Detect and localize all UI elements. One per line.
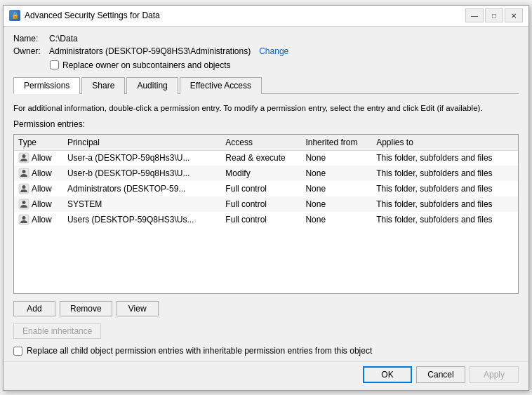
permissions-table: Type Principal Access Inherited from App… [14, 135, 518, 228]
permission-entries-label: Permission entries: [13, 119, 519, 129]
name-value: C:\Data [49, 34, 78, 43]
tab-auditing[interactable]: Auditing [126, 77, 178, 94]
col-inherited-from: Inherited from [301, 135, 372, 151]
cell-type: Allow [14, 150, 63, 166]
remove-button[interactable]: Remove [60, 301, 112, 316]
owner-row: Owner: Administrators (DESKTOP-59Q8HS3\A… [13, 46, 519, 56]
table-row[interactable]: AllowUser-a (DESKTOP-59q8Hs3\U...Read & … [14, 150, 518, 166]
replace-owner-row: Replace owner on subcontainers and objec… [50, 60, 519, 70]
info-text: For additional information, double-click… [13, 102, 519, 114]
cell-principal: User-a (DESKTOP-59q8Hs3\U... [63, 150, 221, 166]
cell-principal: User-b (DESKTOP-59q8Hs3\U... [63, 166, 221, 181]
apply-button[interactable]: Apply [470, 366, 519, 383]
add-button[interactable]: Add [13, 301, 55, 316]
col-applies-to: Applies to [372, 135, 518, 151]
cell-type: Allow [14, 212, 63, 227]
change-owner-link[interactable]: Change [259, 46, 288, 56]
cell-type: Allow [14, 166, 63, 181]
cell-access: Full control [221, 196, 301, 212]
svg-point-7 [22, 201, 26, 204]
table-row[interactable]: AllowAdministrators (DESKTOP-59...Full c… [14, 181, 518, 196]
footer-checkbox-row: Replace all child object permission entr… [13, 346, 519, 356]
view-button[interactable]: View [117, 301, 159, 316]
cell-principal: Users (DESKTOP-59Q8HS3\Us... [63, 212, 221, 227]
col-type: Type [14, 135, 63, 151]
cell-type: Allow [14, 196, 63, 212]
enable-inheritance-row: Enable inheritance [13, 323, 519, 339]
table-row[interactable]: AllowUser-b (DESKTOP-59q8Hs3\U...ModifyN… [14, 166, 518, 181]
svg-point-9 [22, 216, 26, 220]
table-row[interactable]: AllowSYSTEMFull controlNoneThis folder, … [14, 196, 518, 212]
tab-permissions[interactable]: Permissions [13, 77, 80, 94]
cell-applies-to: This folder, subfolders and files [372, 166, 518, 181]
cell-inherited-from: None [301, 212, 372, 227]
svg-point-1 [22, 154, 26, 158]
enable-inheritance-button[interactable]: Enable inheritance [13, 323, 101, 339]
maximize-button[interactable]: □ [485, 8, 503, 22]
name-label: Name: [13, 34, 45, 43]
ok-button[interactable]: OK [363, 366, 412, 383]
cell-inherited-from: None [301, 181, 372, 196]
cell-access: Full control [221, 212, 301, 227]
table-header-row: Type Principal Access Inherited from App… [14, 135, 518, 151]
cell-access: Modify [221, 166, 301, 181]
minimize-button[interactable]: — [465, 8, 484, 22]
cell-principal: SYSTEM [63, 196, 221, 212]
window-icon: 🔒 [9, 10, 20, 21]
svg-point-5 [22, 185, 26, 189]
replace-all-label: Replace all child object permission entr… [27, 346, 372, 356]
permissions-table-container[interactable]: Type Principal Access Inherited from App… [13, 134, 519, 294]
cell-applies-to: This folder, subfolders and files [372, 181, 518, 196]
cancel-button[interactable]: Cancel [416, 366, 465, 383]
name-row: Name: C:\Data [13, 34, 519, 43]
owner-label: Owner: [13, 46, 45, 56]
col-access: Access [221, 135, 301, 151]
table-row[interactable]: AllowUsers (DESKTOP-59Q8HS3\Us...Full co… [14, 212, 518, 227]
tabs-row: Permissions Share Auditing Effective Acc… [13, 77, 519, 94]
titlebar: 🔒 Advanced Security Settings for Data — … [4, 6, 528, 27]
content-area: Name: C:\Data Owner: Administrators (DES… [4, 27, 528, 361]
cell-access: Read & execute [221, 150, 301, 166]
titlebar-controls: — □ ✕ [465, 8, 523, 22]
cell-inherited-from: None [301, 196, 372, 212]
close-button[interactable]: ✕ [505, 8, 523, 22]
tab-share[interactable]: Share [81, 77, 125, 94]
dialog-footer: OK Cancel Apply [4, 361, 528, 390]
replace-all-checkbox[interactable] [13, 347, 22, 356]
cell-inherited-from: None [301, 150, 372, 166]
replace-owner-label: Replace owner on subcontainers and objec… [62, 60, 230, 70]
col-principal: Principal [63, 135, 221, 151]
cell-inherited-from: None [301, 166, 372, 181]
cell-type: Allow [14, 181, 63, 196]
cell-access: Full control [221, 181, 301, 196]
main-window: 🔒 Advanced Security Settings for Data — … [3, 5, 529, 391]
cell-applies-to: This folder, subfolders and files [372, 212, 518, 227]
window-title: Advanced Security Settings for Data [25, 11, 465, 20]
owner-value: Administrators (DESKTOP-59Q8HS3\Administ… [49, 46, 251, 56]
cell-principal: Administrators (DESKTOP-59... [63, 181, 221, 196]
tab-effective-access[interactable]: Effective Access [180, 77, 262, 94]
cell-applies-to: This folder, subfolders and files [372, 150, 518, 166]
svg-point-3 [22, 170, 26, 173]
cell-applies-to: This folder, subfolders and files [372, 196, 518, 212]
action-buttons-row: Add Remove View [13, 301, 519, 316]
replace-owner-checkbox[interactable] [50, 60, 59, 69]
